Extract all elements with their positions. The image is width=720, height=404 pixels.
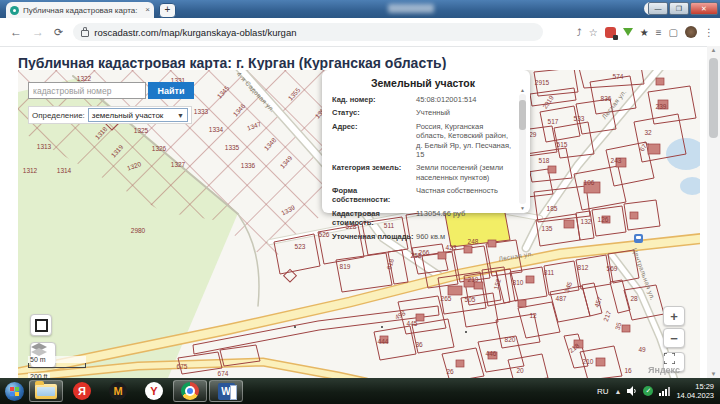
taskbar-chrome-button[interactable] [173, 380, 207, 402]
tab-close-icon[interactable]: × [145, 6, 150, 14]
parcel-label: 36 [415, 341, 422, 348]
scroll-up-icon[interactable]: ▲ [519, 87, 526, 93]
tab-title: Публичная кадастровая карта: [23, 6, 141, 15]
taskbar-word-button[interactable]: W [209, 380, 243, 402]
parcel-label: 505 [465, 296, 476, 303]
panel-scrollbar[interactable]: ▲ ▼ [519, 94, 526, 204]
panel-rows: Кад. номер:45:08:012001:514Статус:Учтенн… [332, 95, 514, 241]
parcel-label: 32 [644, 129, 651, 136]
parcel-label: 49 [638, 346, 645, 353]
parcel-label: 28 [630, 295, 637, 302]
network-icon[interactable] [659, 387, 670, 396]
word-icon: W [218, 383, 235, 400]
profile-avatar[interactable] [685, 26, 697, 38]
cadastral-map[interactable]: 1322133113321333133413351336131313121314… [18, 70, 700, 378]
speaker-icon[interactable] [627, 386, 637, 396]
parcel-label: 12 [529, 312, 536, 319]
system-tray: RU ▲ ✓ 15:29 14.04.2023 [597, 382, 718, 400]
share-icon[interactable]: ⤴ [577, 27, 582, 38]
parcel-label: 2915 [535, 79, 549, 86]
parcel-label: 132 [581, 218, 592, 225]
menu-dots-icon[interactable]: ⋮ [704, 27, 714, 38]
padlock-icon [81, 30, 89, 37]
parcel-label: 1312 [23, 167, 37, 174]
window-titlebar: Публичная кадастровая карта: × + ∨ — ❐ ✕ [0, 0, 720, 18]
parcel-label: 526 [319, 231, 330, 238]
taskbar-amigo-button[interactable]: M [101, 380, 135, 402]
adblock-extension-icon[interactable] [605, 27, 616, 38]
panel-title: Земельный участок [332, 77, 514, 89]
minimize-button[interactable]: — [648, 2, 668, 15]
parcel-label: 239 [656, 103, 667, 110]
parcel-label: 243 [611, 157, 622, 164]
pinned-extension-icon[interactable]: ★ [640, 27, 649, 38]
definition-select[interactable]: земельный участок ▼ [88, 108, 188, 122]
start-button[interactable] [5, 382, 24, 401]
folder-icon [35, 384, 57, 399]
zoom-in-button[interactable]: + [663, 306, 685, 326]
taskbar-explorer-button[interactable] [29, 380, 63, 402]
windows-logo-icon [10, 387, 19, 396]
parcel-label: 574 [613, 73, 624, 80]
parcel-label: 811 [544, 269, 554, 276]
fullscreen-icon [664, 353, 675, 364]
site-favicon-icon [10, 6, 19, 15]
new-tab-button[interactable]: + [159, 3, 176, 18]
yandex-icon: Y [145, 382, 163, 400]
page-scroll-thumb[interactable] [709, 58, 718, 138]
bookmark-star-icon[interactable]: ☆ [589, 27, 598, 38]
parcel-label: 26 [446, 368, 453, 375]
taskbar-yandex-button[interactable]: Y [137, 380, 171, 402]
parcel-label: 569 [607, 265, 618, 272]
parcel-label: 523 [295, 243, 306, 250]
screen: { "browser": { "tab_title": "Публичная к… [0, 0, 720, 404]
yandex-browser-icon: Я [73, 382, 91, 400]
scroll-down-icon[interactable]: ▼ [707, 371, 720, 377]
tray-expand-icon[interactable]: ▲ [615, 388, 622, 395]
measure-icon [35, 319, 48, 332]
language-indicator[interactable]: RU [597, 387, 609, 396]
parcel-label: 445 [407, 320, 418, 327]
scroll-up-icon[interactable]: ▲ [707, 47, 720, 53]
close-button[interactable]: ✕ [690, 2, 718, 15]
reading-list-icon[interactable]: ≡ [656, 27, 662, 38]
parcel-label: 423 [446, 244, 457, 251]
panel-scroll-thumb[interactable] [519, 100, 526, 130]
info-row: Адрес:Россия, Курганская область, Кетовс… [332, 122, 514, 160]
page-scrollbar[interactable]: ▲ ▼ [707, 46, 720, 378]
scale-label: 50 m [28, 356, 86, 363]
zoom-out-button[interactable]: − [663, 328, 685, 348]
forward-icon[interactable]: → [32, 25, 44, 39]
parcel-label: 16 [624, 367, 631, 374]
info-row: Кадастровая стоимость:113054.66 руб [332, 209, 514, 228]
address-bar[interactable]: roscadastr.com/map/kurganskaya-oblast/ku… [73, 23, 543, 41]
maximize-button[interactable]: ❐ [669, 2, 689, 15]
taskbar: Я M Y W RU ▲ ✓ 15:29 14.04.2023 [0, 378, 720, 404]
measure-tool-button[interactable] [30, 314, 52, 336]
back-icon[interactable]: ← [10, 25, 22, 39]
window-controls: — ❐ ✕ [648, 2, 718, 15]
page-title: Публичная кадастровая карта: г. Курган (… [18, 55, 446, 71]
search-button[interactable]: Найти [148, 82, 194, 99]
parcel-label: 674 [218, 370, 229, 377]
taskbar-yandex-browser-button[interactable]: Я [65, 380, 99, 402]
parcel-label: 810 [513, 279, 524, 286]
parcel-label: 20 [516, 367, 523, 374]
chevron-down-icon: ▼ [177, 112, 184, 119]
bus-stop-icon [634, 234, 643, 243]
parcel-label: 2980 [131, 227, 145, 234]
scroll-down-icon[interactable]: ▼ [519, 205, 526, 211]
parcel-label: 444 [378, 338, 389, 345]
search-input[interactable] [28, 82, 146, 99]
antivirus-tray-icon[interactable]: ✓ [643, 386, 653, 396]
browser-tab[interactable]: Публичная кадастровая карта: × [6, 2, 154, 18]
chrome-icon [181, 382, 199, 400]
parcel-label: 265 [441, 295, 452, 302]
download-extension-icon[interactable] [623, 28, 633, 36]
taskbar-clock[interactable]: 15:29 14.04.2023 [676, 382, 714, 400]
reload-icon[interactable]: ⟳ [54, 26, 63, 39]
definition-value: земельный участок [92, 111, 164, 120]
layers-icon [31, 343, 47, 357]
sidebar-icon[interactable]: ▢ [669, 27, 678, 38]
parcel-label: 819 [340, 263, 351, 270]
